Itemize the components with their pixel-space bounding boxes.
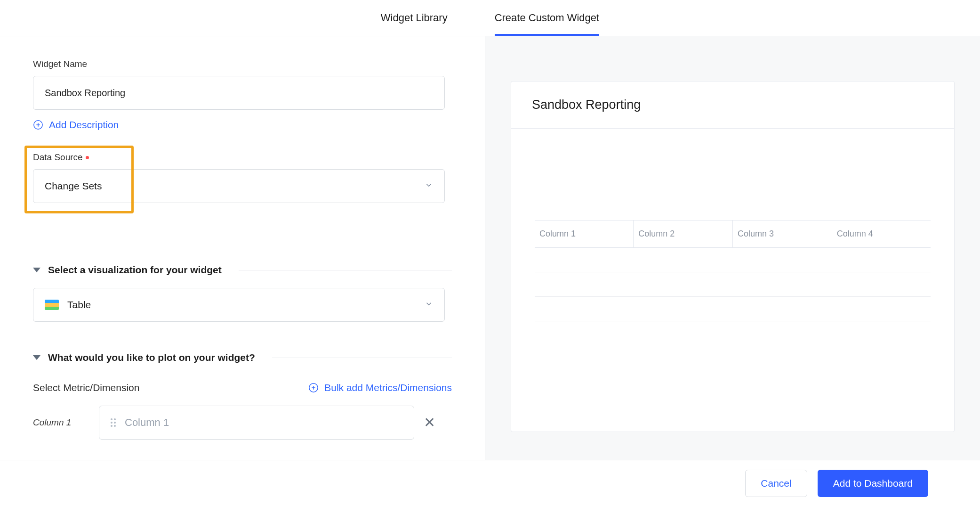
bulk-add-label: Bulk add Metrics/Dimensions: [324, 382, 452, 393]
visualization-value: Table: [67, 299, 91, 310]
metric-input[interactable]: [125, 416, 389, 429]
add-to-dashboard-button[interactable]: Add to Dashboard: [818, 470, 928, 497]
preview-table-row: [535, 272, 931, 297]
tabs-bar: Widget Library Create Custom Widget: [0, 0, 980, 36]
preview-pane: Sandbox Reporting Column 1 Column 2 Colu…: [485, 36, 980, 506]
data-source-label: Data Source: [33, 152, 452, 163]
table-icon: [45, 300, 59, 310]
tab-create-custom-widget[interactable]: Create Custom Widget: [495, 0, 600, 36]
preview-table: Column 1 Column 2 Column 3 Column 4: [535, 220, 931, 321]
add-description-label: Add Description: [49, 119, 119, 131]
chevron-down-icon: [425, 181, 433, 192]
preview-column-header: Column 2: [634, 220, 733, 248]
drag-handle-icon[interactable]: [111, 418, 116, 427]
remove-column-icon[interactable]: ✕: [424, 416, 435, 430]
widget-name-label: Widget Name: [33, 59, 452, 69]
tab-widget-library-label: Widget Library: [381, 12, 448, 24]
plus-circle-icon: [308, 383, 319, 393]
required-indicator-icon: [86, 156, 89, 159]
visualization-section-header[interactable]: Select a visualization for your widget: [33, 264, 452, 276]
bulk-add-link[interactable]: Bulk add Metrics/Dimensions: [308, 382, 452, 393]
tab-widget-library[interactable]: Widget Library: [381, 0, 448, 36]
metric-input-wrapper[interactable]: [99, 406, 414, 440]
widget-name-input[interactable]: [45, 76, 433, 109]
widget-name-input-wrapper[interactable]: [33, 76, 445, 110]
add-description-link[interactable]: Add Description: [33, 119, 452, 131]
preview-column-header: Column 1: [535, 220, 634, 248]
preview-column-header: Column 3: [732, 220, 832, 248]
plus-circle-icon: [33, 120, 43, 130]
form-pane: Widget Name Add Description Data Source: [0, 36, 485, 506]
plot-section-header[interactable]: What would you like to plot on your widg…: [33, 352, 452, 363]
preview-table-row: [535, 248, 931, 272]
visualization-section-title: Select a visualization for your widget: [48, 264, 222, 276]
preview-card: Sandbox Reporting Column 1 Column 2 Colu…: [511, 81, 955, 432]
select-metric-label: Select Metric/Dimension: [33, 382, 139, 393]
caret-down-icon: [33, 268, 40, 272]
preview-column-header: Column 4: [832, 220, 931, 248]
caret-down-icon: [33, 355, 40, 360]
column-index-label: Column 1: [33, 417, 89, 428]
tab-create-custom-widget-label: Create Custom Widget: [495, 12, 600, 24]
plot-section-title: What would you like to plot on your widg…: [48, 352, 255, 363]
preview-title: Sandbox Reporting: [511, 82, 954, 129]
footer-bar: Cancel Add to Dashboard: [0, 460, 980, 506]
data-source-value: Change Sets: [45, 180, 102, 192]
visualization-select[interactable]: Table: [33, 288, 445, 322]
chevron-down-icon: [425, 300, 433, 310]
preview-table-row: [535, 297, 931, 321]
data-source-select[interactable]: Change Sets: [33, 169, 445, 203]
cancel-button[interactable]: Cancel: [745, 470, 807, 497]
